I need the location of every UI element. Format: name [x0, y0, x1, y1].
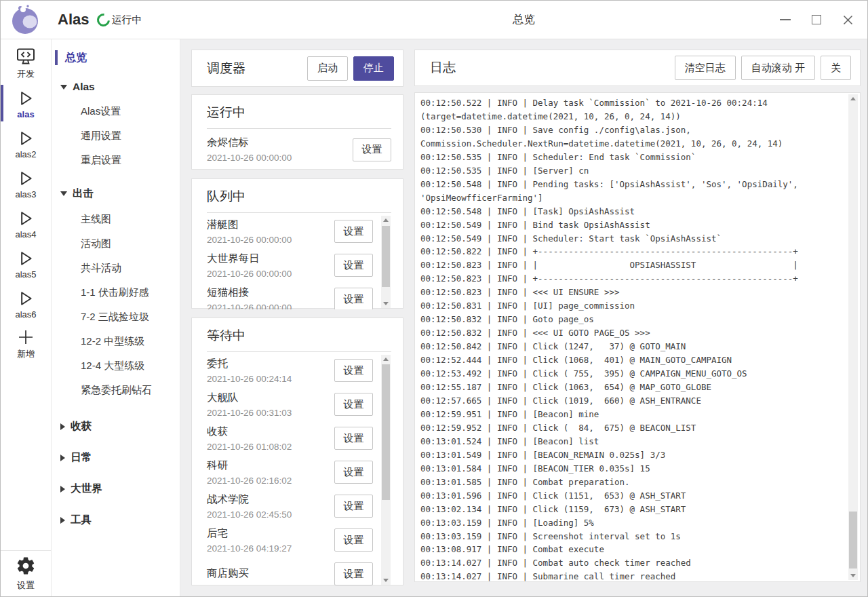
scroll-up-icon[interactable] — [381, 355, 391, 364]
menu-group-attack-children: 主线图 活动图 共斗活动 1-1 伏击刷好感 7-2 三战捡垃圾 12-2 中型… — [52, 207, 180, 402]
menu-item[interactable]: Alas设置 — [52, 99, 180, 123]
maximize-button[interactable] — [801, 1, 832, 39]
status-label: 运行中 — [111, 14, 142, 26]
scroll-down-icon[interactable] — [848, 571, 858, 580]
scheduler-panel: 调度器 启动 停止 — [191, 50, 403, 87]
autoscroll-on-button[interactable]: 自动滚动 开 — [741, 56, 815, 80]
menu-item-overview[interactable]: 总览 — [52, 49, 180, 66]
menu-group-label: 收获 — [71, 419, 92, 434]
menu-item[interactable]: 12-2 中型练级 — [52, 329, 180, 353]
triangle-right-icon — [60, 423, 65, 430]
menu-item[interactable]: 主线图 — [52, 207, 180, 231]
titlebar: Alas 运行中 总览 — [1, 1, 867, 39]
task-row: 大舰队 2021-10-26 00:31:03 设置 — [192, 387, 403, 421]
task-info: 收获 2021-10-26 01:08:02 — [207, 424, 292, 453]
rail-item-dev[interactable]: 开发 — [1, 43, 51, 83]
menu-item[interactable]: 12-4 大型练级 — [52, 353, 180, 378]
menu-item[interactable]: 紧急委托刷钻石 — [52, 378, 180, 402]
scroll-down-icon[interactable] — [381, 576, 391, 585]
scrollbar-thumb[interactable] — [849, 512, 857, 569]
menu-item[interactable]: 重启设置 — [52, 148, 180, 172]
play-icon — [16, 168, 35, 189]
task-row: 委托 2021-10-26 00:24:14 设置 — [192, 353, 403, 387]
menu-group-attack[interactable]: 出击 — [52, 187, 180, 201]
menu-group-alas[interactable]: Alas — [52, 81, 180, 93]
stop-button[interactable]: 停止 — [353, 56, 394, 81]
menu-item[interactable]: 共斗活动 — [52, 256, 180, 280]
task-info: 大舰队 2021-10-26 00:31:03 — [207, 390, 292, 419]
task-info: 战术学院 2021-10-26 02:45:50 — [207, 492, 292, 521]
menu-group-daily[interactable]: 日常 — [52, 450, 180, 465]
rail-item-settings[interactable]: 设置 — [1, 550, 51, 596]
menu-item[interactable]: 1-1 伏击刷好感 — [52, 280, 180, 305]
clear-log-button[interactable]: 清空日志 — [675, 56, 736, 80]
menu-item[interactable]: 通用设置 — [52, 123, 180, 148]
minimize-button[interactable] — [770, 1, 801, 39]
task-time: 2021-10-26 00:00:00 — [207, 301, 292, 310]
task-settings-button[interactable]: 设置 — [334, 359, 373, 382]
task-time: 2021-10-26 00:00:00 — [207, 267, 292, 280]
task-settings-button[interactable]: 设置 — [334, 528, 373, 552]
task-settings-button[interactable]: 设置 — [334, 495, 373, 518]
rail-item-label: alas5 — [15, 269, 36, 280]
task-settings-button[interactable]: 设置 — [334, 461, 373, 484]
rail-item-alas6[interactable]: alas6 — [1, 284, 51, 324]
play-icon — [16, 288, 35, 309]
task-settings-button[interactable]: 设置 — [334, 427, 373, 450]
task-settings-button[interactable]: 设置 — [334, 220, 373, 243]
task-time: 2021-10-26 01:08:02 — [207, 440, 292, 453]
scroll-up-icon[interactable] — [848, 94, 858, 103]
play-icon — [16, 88, 35, 109]
menu-group-tools[interactable]: 工具 — [52, 513, 180, 527]
task-settings-button[interactable]: 设置 — [334, 562, 373, 585]
plus-icon — [17, 327, 35, 347]
task-row: 短猫相接 2021-10-26 00:00:00 设置 — [192, 282, 403, 309]
rail-item-alas5[interactable]: alas5 — [1, 244, 51, 284]
rail-item-label: alas — [17, 109, 34, 119]
task-settings-button[interactable]: 设置 — [334, 393, 373, 416]
task-name: 潜艇图 — [207, 217, 292, 231]
instance-rail: 开发 alas alas2 alas3 alas4 — [1, 39, 52, 596]
task-row: 后宅 2021-10-26 04:19:27 设置 — [192, 523, 403, 557]
task-settings-button[interactable]: 设置 — [334, 254, 373, 277]
task-row: 潜艇图 2021-10-26 00:00:00 设置 — [192, 214, 403, 248]
task-name: 商店购买 — [207, 566, 249, 580]
menu-item[interactable]: 7-2 三战捡垃圾 — [52, 305, 180, 329]
log-header-panel: 日志 清空日志 自动滚动 开 关 — [414, 50, 861, 86]
divider — [207, 212, 391, 213]
scroll-up-icon[interactable] — [381, 216, 391, 225]
scrollbar-thumb[interactable] — [382, 226, 390, 287]
scrollbar[interactable] — [381, 216, 391, 308]
autoscroll-off-button[interactable]: 关 — [821, 56, 851, 80]
rail-item-alas2[interactable]: alas2 — [1, 123, 51, 163]
rail-item-alas3[interactable]: alas3 — [1, 163, 51, 204]
task-time: 2021-10-26 02:16:02 — [207, 474, 292, 487]
menu-group-alas-children: Alas设置 通用设置 重启设置 — [52, 99, 180, 172]
task-name: 收获 — [207, 424, 292, 438]
scrollbar[interactable] — [381, 355, 391, 585]
start-button[interactable]: 启动 — [307, 56, 348, 81]
scrollbar-thumb[interactable] — [382, 364, 390, 500]
task-name: 余烬信标 — [207, 135, 292, 149]
rail-item-label: alas3 — [15, 189, 36, 199]
log-panel: 00:12:50.522 | INFO | Delay task `Commis… — [414, 92, 861, 582]
task-settings-button[interactable]: 设置 — [353, 138, 391, 161]
play-icon — [16, 128, 35, 149]
menu-group-label: 工具 — [71, 513, 92, 527]
window-controls — [770, 1, 863, 39]
log-scrollbar[interactable] — [848, 94, 858, 580]
rail-item-alas[interactable]: alas — [1, 83, 51, 123]
play-icon — [16, 248, 35, 269]
triangle-right-icon — [60, 517, 65, 524]
task-settings-button[interactable]: 设置 — [334, 288, 373, 309]
rail-item-alas4[interactable]: alas4 — [1, 204, 51, 244]
rail-item-add[interactable]: 新增 — [1, 324, 51, 364]
task-row: 商店购买 设置 — [192, 557, 403, 586]
play-icon — [16, 208, 35, 229]
menu-group-reward[interactable]: 收获 — [52, 419, 180, 434]
menu-item[interactable]: 活动图 — [52, 231, 180, 256]
close-button[interactable] — [832, 1, 863, 39]
waiting-task-list: 委托 2021-10-26 00:24:14 设置 大舰队 2021-10-26… — [192, 353, 403, 586]
scroll-down-icon[interactable] — [381, 299, 391, 308]
menu-group-opsi[interactable]: 大世界 — [52, 482, 180, 496]
